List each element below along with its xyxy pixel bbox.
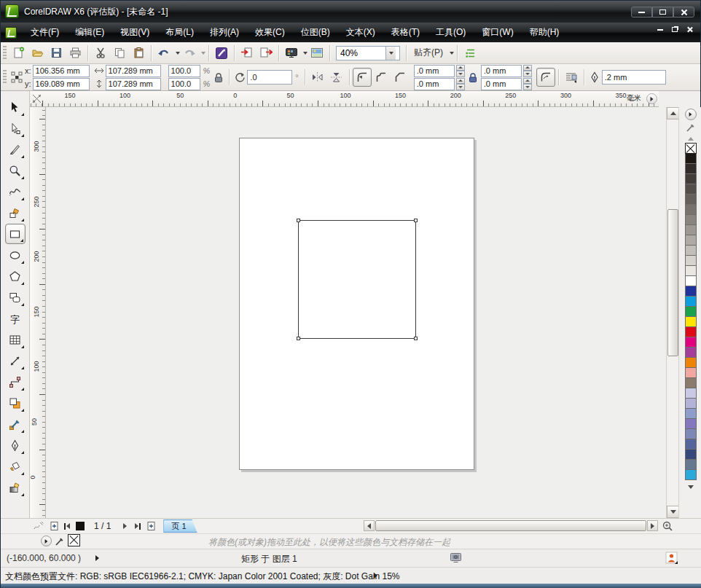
menu-效果(C)[interactable]: 效果(C) xyxy=(247,23,293,42)
maximize-button[interactable] xyxy=(652,7,673,17)
mirror-vertical-button[interactable] xyxy=(327,68,346,87)
zoom-dropdown-button[interactable] xyxy=(385,47,396,60)
membership-icon[interactable] xyxy=(665,552,678,565)
pagenav-pan-icon[interactable] xyxy=(33,520,44,532)
color-swatch-c9c9e6[interactable] xyxy=(685,388,697,399)
corner-radius-tr-field[interactable]: .0 mm xyxy=(481,65,522,77)
ruler-origin-icon[interactable] xyxy=(31,93,42,104)
vertical-scrollbar[interactable] xyxy=(666,107,678,518)
copy-button[interactable] xyxy=(110,44,129,63)
color-swatch-df0817[interactable] xyxy=(685,326,697,337)
color-swatch-19a14b[interactable] xyxy=(685,306,697,317)
corner-radius-tl-field[interactable]: .0 mm xyxy=(414,65,455,77)
chamfered-corner-button[interactable] xyxy=(391,68,410,87)
scroll-up-button[interactable] xyxy=(667,107,679,119)
basic-shapes-tool[interactable] xyxy=(5,287,26,307)
toolbar-grip[interactable] xyxy=(3,46,7,60)
no-fill-swatch[interactable] xyxy=(685,143,697,154)
scroll-down-button[interactable] xyxy=(667,506,679,518)
horizontal-scroll-thumb[interactable] xyxy=(375,520,646,531)
palette-scroll-down-button[interactable] xyxy=(683,482,699,492)
fill-tool[interactable] xyxy=(5,456,26,477)
options-button[interactable] xyxy=(461,44,479,63)
color-swatch-d6d2cc[interactable] xyxy=(685,255,697,266)
new-document-button[interactable] xyxy=(9,44,28,63)
color-swatch-78716c[interactable] xyxy=(685,204,697,215)
redo-button[interactable] xyxy=(180,44,199,63)
color-swatch-ee8306[interactable] xyxy=(685,357,697,368)
menu-表格(T)[interactable]: 表格(T) xyxy=(383,23,428,42)
menu-文件(F)[interactable]: 文件(F) xyxy=(23,23,67,42)
rect-node-top-left[interactable] xyxy=(297,219,300,222)
scalloped-corner-button[interactable] xyxy=(372,68,391,87)
height-field[interactable]: 107.289 mm xyxy=(106,78,161,90)
coords-flyout-arrow[interactable] xyxy=(95,555,99,561)
menu-排列(A)[interactable]: 排列(A) xyxy=(202,23,247,42)
undo-button[interactable] xyxy=(154,44,173,63)
color-profile-flyout-arrow[interactable] xyxy=(374,573,377,579)
menu-帮助(H)[interactable]: 帮助(H) xyxy=(522,23,568,42)
color-eyedropper-tool[interactable] xyxy=(5,414,26,434)
color-swatch-ffffff[interactable] xyxy=(685,275,697,286)
color-swatch-433c38[interactable] xyxy=(685,173,697,184)
color-swatch-8577bd[interactable] xyxy=(685,418,697,429)
search-content-button[interactable] xyxy=(212,44,231,63)
pick-tool[interactable] xyxy=(5,97,26,117)
drawing-canvas[interactable] xyxy=(46,107,666,518)
current-page-marker[interactable] xyxy=(74,520,87,533)
application-launcher-button[interactable] xyxy=(282,44,301,63)
connector-tool[interactable] xyxy=(5,372,26,392)
color-swatch-ffe500[interactable] xyxy=(685,316,697,327)
corner-tl-spinner[interactable] xyxy=(456,65,465,77)
corner-radius-br-field[interactable]: .0 mm xyxy=(481,78,522,90)
width-field[interactable]: 107.289 mm xyxy=(106,65,161,77)
dimension-tool[interactable] xyxy=(5,350,26,371)
scale-h-field[interactable]: 100.0 xyxy=(168,65,200,77)
color-swatch-8b7b6c[interactable] xyxy=(685,377,697,388)
corner-radius-bl-field[interactable]: .0 mm xyxy=(414,78,455,90)
scroll-right-button[interactable] xyxy=(647,520,658,531)
color-swatch-66788f[interactable] xyxy=(685,459,697,470)
x-position-field[interactable]: 106.356 mm xyxy=(33,65,90,77)
relative-corner-scaling-button[interactable] xyxy=(536,68,555,87)
color-swatch-9d9791[interactable] xyxy=(685,224,697,235)
color-swatch-8a847e[interactable] xyxy=(685,214,697,225)
color-swatch-0e9ede[interactable] xyxy=(685,296,697,307)
palette-flyout-button[interactable] xyxy=(685,109,697,120)
freehand-tool[interactable] xyxy=(5,181,26,202)
rotation-field[interactable]: .0 xyxy=(247,70,292,85)
rect-node-bottom-right[interactable] xyxy=(414,337,418,340)
outline-width-field[interactable]: .2 mm xyxy=(602,70,666,85)
scale-v-field[interactable]: 100.0 xyxy=(168,78,200,90)
corner-bl-spinner[interactable] xyxy=(456,78,465,90)
palette-scroll-up-button[interactable] xyxy=(683,133,699,144)
rect-node-top-right[interactable] xyxy=(414,219,418,222)
color-swatch-2ba9da[interactable] xyxy=(685,469,697,480)
polygon-tool[interactable] xyxy=(5,266,26,286)
ruler-flyout-button[interactable] xyxy=(646,93,657,104)
color-swatch-c3beb8[interactable] xyxy=(685,245,697,256)
zoom-level-combobox[interactable]: 40% xyxy=(336,46,400,60)
menu-视图(V)[interactable]: 视图(V) xyxy=(112,23,157,42)
color-swatch-1d1714[interactable] xyxy=(685,153,697,164)
crop-tool[interactable] xyxy=(5,139,26,160)
drawn-rectangle[interactable] xyxy=(298,220,416,339)
lock-ratio-button[interactable] xyxy=(211,68,226,87)
add-page-before-button[interactable] xyxy=(47,520,60,533)
snap-dropdown-arrow[interactable] xyxy=(450,52,454,55)
paste-button[interactable] xyxy=(129,44,148,63)
round-corner-button[interactable] xyxy=(353,68,372,87)
quick-zoom-button[interactable] xyxy=(659,520,675,532)
zoom-tool[interactable] xyxy=(5,160,26,181)
menu-布局(L)[interactable]: 布局(L) xyxy=(157,23,202,42)
color-swatch-eae7e2[interactable] xyxy=(685,265,697,276)
color-swatch-544d49[interactable] xyxy=(685,184,697,195)
drop-shadow-tool[interactable] xyxy=(5,393,26,413)
rect-node-bottom-left[interactable] xyxy=(297,337,300,340)
palette-eyedropper-icon[interactable] xyxy=(685,122,697,133)
menu-工具(O)[interactable]: 工具(O) xyxy=(428,23,474,42)
export-button[interactable] xyxy=(256,44,275,63)
open-button[interactable] xyxy=(28,44,47,63)
color-swatch-7e88b6[interactable] xyxy=(685,428,697,439)
y-position-field[interactable]: 169.089 mm xyxy=(33,78,90,90)
